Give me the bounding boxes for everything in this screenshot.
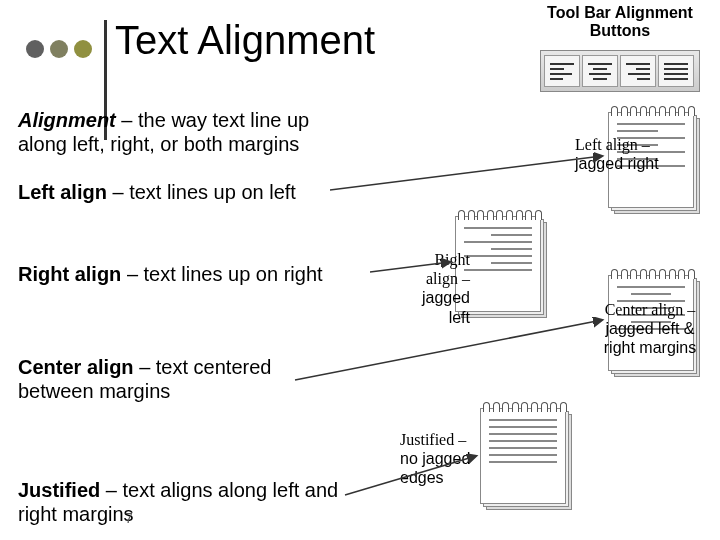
arrow-center bbox=[295, 320, 602, 380]
page-number: 7 bbox=[125, 510, 133, 526]
arrow-right bbox=[370, 262, 450, 272]
arrow-justified bbox=[345, 456, 476, 495]
arrow-left bbox=[330, 156, 602, 190]
arrows bbox=[0, 0, 720, 540]
